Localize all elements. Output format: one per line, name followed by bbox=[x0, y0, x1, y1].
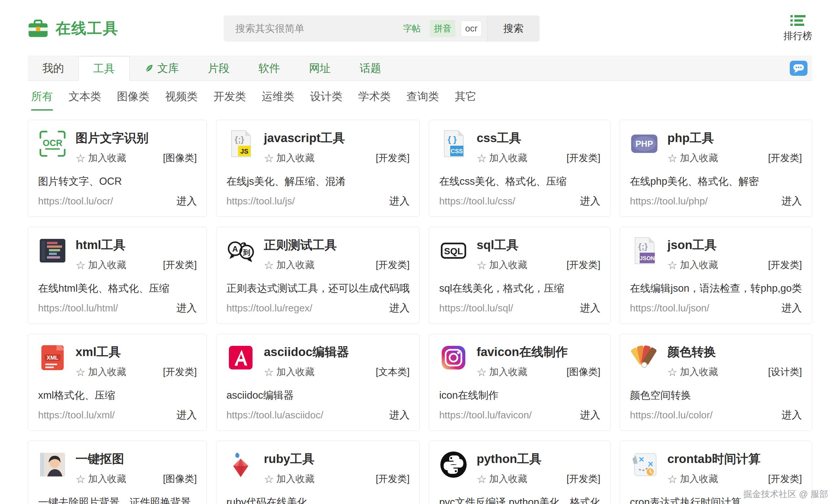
header: 在线工具 字帖 拼音 ocr 搜索 排行榜 bbox=[0, 0, 840, 56]
enter-link[interactable]: 进入 bbox=[176, 194, 197, 208]
watermark: 掘金技术社区 @ 服部 bbox=[743, 488, 828, 500]
favorite-button[interactable]: ☆ 加入收藏 bbox=[75, 151, 126, 165]
tool-category-badge: [开发类] bbox=[566, 258, 600, 272]
favorite-button[interactable]: ☆ 加入收藏 bbox=[667, 472, 718, 486]
category-text[interactable]: 文本类 bbox=[69, 89, 101, 111]
category-query[interactable]: 查询类 bbox=[406, 89, 439, 111]
tool-category-badge: [图像类] bbox=[566, 365, 600, 379]
tool-title[interactable]: ruby工具 bbox=[264, 451, 409, 467]
tool-title[interactable]: python工具 bbox=[476, 451, 600, 467]
favorite-button[interactable]: ☆ 加入收藏 bbox=[476, 151, 527, 165]
tool-title[interactable]: xml工具 bbox=[75, 344, 197, 360]
enter-link[interactable]: 进入 bbox=[580, 194, 600, 208]
tool-description: ruby代码在线美化 bbox=[226, 496, 409, 504]
category-dev[interactable]: 开发类 bbox=[213, 89, 246, 111]
tool-description: sql在线美化，格式化，压缩 bbox=[439, 282, 600, 295]
tab-urls[interactable]: 网址 bbox=[295, 56, 345, 80]
category-design[interactable]: 设计类 bbox=[310, 89, 343, 111]
html-icon bbox=[38, 236, 67, 265]
tool-title[interactable]: 图片文字识别 bbox=[75, 130, 197, 146]
favorite-label: 加入收藏 bbox=[88, 258, 126, 272]
category-academic[interactable]: 学术类 bbox=[358, 89, 391, 111]
favorite-button[interactable]: ☆ 加入收藏 bbox=[264, 151, 314, 165]
tool-category-badge: [开发类] bbox=[376, 151, 409, 165]
search-input[interactable] bbox=[224, 15, 399, 42]
tool-category-badge: [开发类] bbox=[768, 258, 802, 272]
enter-link[interactable]: 进入 bbox=[782, 408, 802, 422]
enter-link[interactable]: 进入 bbox=[782, 301, 802, 315]
tab-mine[interactable]: 我的 bbox=[28, 56, 78, 80]
tool-title[interactable]: favicon在线制作 bbox=[476, 344, 600, 360]
tool-url: https://tool.lu/xml/ bbox=[38, 410, 115, 421]
tool-card: ruby工具 ☆ 加入收藏 [开发类] ruby代码在线美化 进入 bbox=[216, 441, 420, 504]
favorite-button[interactable]: ☆ 加入收藏 bbox=[264, 472, 314, 486]
tool-title[interactable]: javascript工具 bbox=[264, 130, 409, 146]
enter-link[interactable]: 进入 bbox=[389, 194, 409, 208]
category-image[interactable]: 图像类 bbox=[117, 89, 150, 111]
favorite-label: 加入收藏 bbox=[489, 151, 527, 165]
category-bar: 所有 文本类 图像类 视频类 开发类 运维类 设计类 学术类 查询类 其它 bbox=[28, 81, 812, 111]
tool-title[interactable]: asciidoc编辑器 bbox=[264, 344, 409, 360]
tool-title[interactable]: 正则测试工具 bbox=[264, 237, 409, 253]
json-icon: {;}JSON bbox=[630, 236, 659, 265]
tool-description: 正则表达式测试工具，还可以生成代码哦 bbox=[226, 282, 409, 295]
svg-text:OCR: OCR bbox=[43, 138, 63, 148]
enter-link[interactable]: 进入 bbox=[580, 408, 600, 422]
favorite-button[interactable]: ☆ 加入收藏 bbox=[75, 258, 126, 272]
enter-link[interactable]: 进入 bbox=[389, 301, 409, 315]
tool-title[interactable]: html工具 bbox=[75, 237, 197, 253]
enter-link[interactable]: 进入 bbox=[782, 194, 802, 208]
tool-title[interactable]: json工具 bbox=[667, 237, 802, 253]
ranking-link[interactable]: 排行榜 bbox=[784, 15, 812, 43]
tab-snippets[interactable]: 片段 bbox=[193, 56, 244, 80]
favorite-button[interactable]: ☆ 加入收藏 bbox=[75, 365, 126, 379]
tool-title[interactable]: crontab时间计算 bbox=[667, 451, 802, 467]
enter-link[interactable]: 进入 bbox=[389, 408, 409, 422]
tool-card: PHP php工具 ☆ 加入收藏 [开发类] 在线php美化、格式化、解密 ht… bbox=[620, 120, 812, 217]
tab-topics[interactable]: 话题 bbox=[345, 56, 396, 80]
favorite-button[interactable]: ☆ 加入收藏 bbox=[476, 258, 527, 272]
tool-title[interactable]: 颜色转换 bbox=[667, 344, 802, 360]
favorite-button[interactable]: ☆ 加入收藏 bbox=[264, 258, 314, 272]
search-tag-pinyin[interactable]: 拼音 bbox=[430, 20, 455, 37]
search-tag-ocr[interactable]: ocr bbox=[461, 21, 482, 37]
tool-card: XML xml工具 ☆ 加入收藏 [开发类] xml格式化、压缩 https:/… bbox=[28, 334, 207, 431]
star-icon: ☆ bbox=[75, 259, 85, 271]
tool-title[interactable]: css工具 bbox=[476, 130, 600, 146]
site-logo[interactable]: 在线工具 bbox=[28, 18, 119, 39]
category-video[interactable]: 视频类 bbox=[165, 89, 198, 111]
favorite-button[interactable]: ☆ 加入收藏 bbox=[476, 365, 527, 379]
category-ops[interactable]: 运维类 bbox=[262, 89, 294, 111]
tool-title[interactable]: 一键抠图 bbox=[75, 451, 197, 467]
tool-card: {;}JS javascript工具 ☆ 加入收藏 [开发类] 在线js美化、解… bbox=[216, 120, 420, 217]
favorite-label: 加入收藏 bbox=[489, 472, 527, 486]
category-other[interactable]: 其它 bbox=[455, 89, 476, 111]
javascript-icon: {;}JS bbox=[226, 129, 255, 158]
favorite-button[interactable]: ☆ 加入收藏 bbox=[667, 258, 718, 272]
tool-url: https://tool.lu/html/ bbox=[38, 303, 118, 314]
tab-software[interactable]: 软件 bbox=[244, 56, 295, 80]
search-tag-zitie[interactable]: 字帖 bbox=[399, 20, 425, 37]
category-all[interactable]: 所有 bbox=[31, 89, 53, 111]
toolbox-icon bbox=[28, 19, 48, 38]
tool-title[interactable]: sql工具 bbox=[476, 237, 600, 253]
favorite-button[interactable]: ☆ 加入收藏 bbox=[667, 365, 718, 379]
chat-icon[interactable] bbox=[790, 61, 807, 76]
favorite-button[interactable]: ☆ 加入收藏 bbox=[75, 472, 126, 486]
tab-tools[interactable]: 工具 bbox=[78, 56, 130, 81]
tool-title[interactable]: php工具 bbox=[667, 130, 802, 146]
enter-link[interactable]: 进入 bbox=[580, 301, 600, 315]
favorite-button[interactable]: ☆ 加入收藏 bbox=[476, 472, 527, 486]
favorite-button[interactable]: ☆ 加入收藏 bbox=[264, 365, 314, 379]
tool-category-badge: [开发类] bbox=[376, 258, 409, 272]
favorite-label: 加入收藏 bbox=[277, 472, 315, 486]
tool-description: 在线php美化、格式化、解密 bbox=[630, 175, 802, 188]
search-button[interactable]: 搜索 bbox=[487, 15, 540, 42]
tools-grid: OCR 图片文字识别 ☆ 加入收藏 [图像类] 图片转文字、OCR https:… bbox=[28, 120, 812, 504]
tab-library[interactable]: 文库 bbox=[130, 56, 193, 80]
tool-card: SQL sql工具 ☆ 加入收藏 [开发类] sql在线美化，格式化，压缩 ht… bbox=[429, 227, 611, 324]
enter-link[interactable]: 进入 bbox=[176, 301, 197, 315]
tool-category-badge: [文本类] bbox=[376, 365, 409, 379]
enter-link[interactable]: 进入 bbox=[176, 408, 197, 422]
favorite-button[interactable]: ☆ 加入收藏 bbox=[667, 151, 718, 165]
